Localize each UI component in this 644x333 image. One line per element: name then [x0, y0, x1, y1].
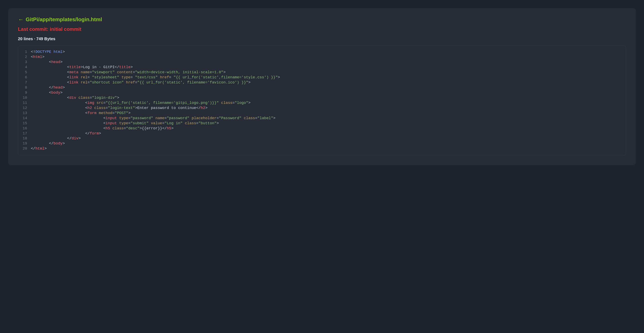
file-panel: ← GitPi/app/templates/login.html Last co… [8, 8, 636, 165]
line-content: <h5 class="desc">{{error}}</h5> [31, 126, 280, 131]
line-number: 16 [23, 126, 31, 131]
code-line: 4 <title>Log in - GitPI</title> [23, 65, 280, 70]
line-number: 4 [23, 65, 31, 70]
code-line: 15 <input type="submit" value="Log in" c… [23, 121, 280, 126]
line-number: 19 [23, 141, 31, 146]
code-line: 7 <link rel="shortcut icon" href="{{ url… [23, 80, 280, 85]
line-number: 2 [23, 55, 31, 60]
code-line: 18 </div> [23, 136, 280, 141]
code-line: 5 <meta name="viewport" content="width=d… [23, 70, 280, 75]
line-content: </form> [31, 131, 280, 136]
line-content: </html> [31, 146, 280, 152]
line-content: <link rel="shortcut icon" href="{{ url_f… [31, 80, 280, 85]
line-number: 12 [23, 106, 31, 111]
line-number: 9 [23, 90, 31, 96]
line-number: 18 [23, 136, 31, 141]
page: ← GitPi/app/templates/login.html Last co… [0, 0, 644, 173]
line-content: <form method="POST"> [31, 111, 280, 116]
line-number: 20 [23, 146, 31, 152]
line-content: <head> [31, 60, 280, 65]
line-content: <h2 class="login-text">Enter password to… [31, 106, 280, 111]
code-line: 9 <body> [23, 90, 280, 96]
file-path-row: ← GitPi/app/templates/login.html [18, 16, 626, 23]
file-meta: 20 lines · 749 Bytes [18, 36, 626, 41]
file-path[interactable]: GitPi/app/templates/login.html [26, 16, 102, 23]
line-number: 6 [23, 75, 31, 80]
code-line: 13 <form method="POST"> [23, 111, 280, 116]
line-content: <title>Log in - GitPI</title> [31, 65, 280, 70]
line-number: 17 [23, 131, 31, 136]
code-line: 8 </head> [23, 85, 280, 90]
line-content: </div> [31, 136, 280, 141]
code-table: 1<!DOCTYPE html>2<html>3 <head>4 <title>… [23, 50, 280, 152]
line-content: <body> [31, 90, 280, 96]
line-content: <!DOCTYPE html> [31, 50, 280, 55]
line-number: 14 [23, 116, 31, 121]
line-number: 13 [23, 111, 31, 116]
code-line: 20</html> [23, 146, 280, 152]
line-number: 7 [23, 80, 31, 85]
code-line: 6 <link rel= "stylesheet" type= "text/cs… [23, 75, 280, 80]
line-content: <link rel= "stylesheet" type= "text/css"… [31, 75, 280, 80]
line-content: </head> [31, 85, 280, 90]
line-number: 15 [23, 121, 31, 126]
line-content: <div class="login-div"> [31, 96, 280, 100]
line-number: 11 [23, 100, 31, 106]
code-box: 1<!DOCTYPE html>2<html>3 <head>4 <title>… [18, 46, 626, 155]
line-content: <input type="password" name="password" p… [31, 116, 280, 121]
code-line: 12 <h2 class="login-text">Enter password… [23, 106, 280, 111]
code-line: 17 </form> [23, 131, 280, 136]
line-number: 1 [23, 50, 31, 55]
line-content: <img src="{{url_for('static', filename='… [31, 100, 280, 106]
line-number: 10 [23, 96, 31, 100]
line-number: 8 [23, 85, 31, 90]
code-line: 3 <head> [23, 60, 280, 65]
line-content: </body> [31, 141, 280, 146]
back-arrow-icon[interactable]: ← [18, 17, 24, 22]
code-line: 19 </body> [23, 141, 280, 146]
code-line: 14 <input type="password" name="password… [23, 116, 280, 121]
line-number: 3 [23, 60, 31, 65]
code-line: 11 <img src="{{url_for('static', filenam… [23, 100, 280, 106]
line-content: <html> [31, 55, 280, 60]
last-commit[interactable]: Last commit: initial commit [18, 26, 626, 32]
line-content: <meta name="viewport" content="width=dev… [31, 70, 280, 75]
code-line: 16 <h5 class="desc">{{error}}</h5> [23, 126, 280, 131]
code-line: 1<!DOCTYPE html> [23, 50, 280, 55]
code-line: 2<html> [23, 55, 280, 60]
code-line: 10 <div class="login-div"> [23, 96, 280, 100]
line-content: <input type="submit" value="Log in" clas… [31, 121, 280, 126]
line-number: 5 [23, 70, 31, 75]
